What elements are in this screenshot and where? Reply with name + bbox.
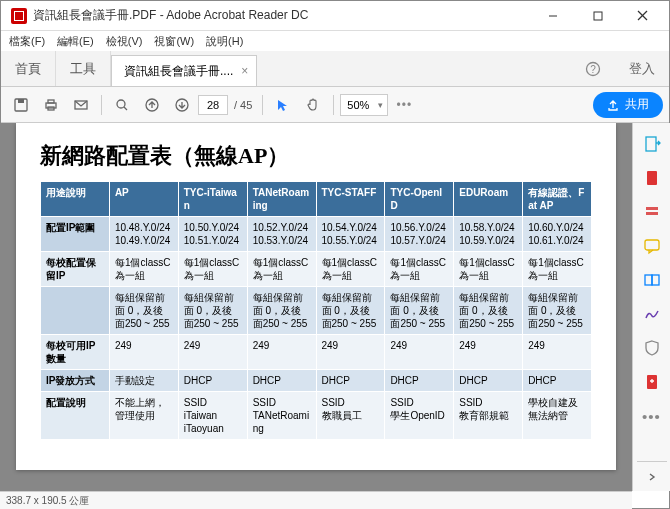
login-link[interactable]: 登入 (615, 51, 669, 86)
menubar: 檔案(F) 編輯(E) 檢視(V) 視窗(W) 說明(H) (1, 31, 669, 51)
tab-document-label: 資訊組長會議手冊.... (124, 63, 233, 80)
collapse-panel-icon[interactable] (637, 461, 667, 491)
status-dimensions: 338.7 x 190.5 公厘 (6, 494, 89, 508)
more-tools-icon[interactable]: ••• (637, 401, 667, 431)
menu-window[interactable]: 視窗(W) (154, 34, 194, 49)
menu-view[interactable]: 檢視(V) (106, 34, 143, 49)
menu-help[interactable]: 說明(H) (206, 34, 243, 49)
more-icon[interactable]: ••• (390, 91, 418, 119)
edit-pdf-icon[interactable] (637, 197, 667, 227)
comment-icon[interactable] (637, 231, 667, 261)
sign-icon[interactable] (637, 299, 667, 329)
svg-rect-7 (18, 99, 24, 103)
menu-file[interactable]: 檔案(F) (9, 34, 45, 49)
window-title: 資訊組長會議手冊.PDF - Adobe Acrobat Reader DC (33, 7, 530, 24)
tab-home[interactable]: 首頁 (1, 51, 56, 86)
svg-rect-22 (652, 275, 659, 285)
prev-page-icon[interactable] (138, 91, 166, 119)
search-icon[interactable] (108, 91, 136, 119)
tab-document[interactable]: 資訊組長會議手冊.... × (111, 55, 257, 86)
tools-sidebar: ••• (632, 123, 670, 491)
document-viewport[interactable]: 新網路配置表（無線AP） 用途說明APTYC-iTaiwanTANetRoami… (0, 123, 632, 491)
svg-text:?: ? (590, 64, 596, 75)
email-icon[interactable] (67, 91, 95, 119)
zoom-select[interactable]: 50% (340, 94, 388, 116)
minimize-button[interactable] (530, 2, 575, 30)
close-button[interactable] (620, 2, 665, 30)
compress-icon[interactable] (637, 367, 667, 397)
share-button[interactable]: 共用 (593, 92, 663, 118)
svg-point-12 (117, 100, 125, 108)
save-icon[interactable] (7, 91, 35, 119)
hand-tool-icon[interactable] (299, 91, 327, 119)
help-icon[interactable]: ? (571, 51, 615, 86)
svg-rect-16 (646, 137, 656, 151)
protect-icon[interactable] (637, 333, 667, 363)
menu-edit[interactable]: 編輯(E) (57, 34, 94, 49)
combine-icon[interactable] (637, 265, 667, 295)
svg-rect-21 (645, 275, 652, 285)
svg-rect-17 (647, 171, 657, 185)
svg-rect-18 (646, 207, 658, 210)
page-count: / 45 (234, 99, 252, 111)
page-input[interactable] (198, 95, 228, 115)
share-label: 共用 (625, 96, 649, 113)
svg-rect-9 (48, 100, 54, 103)
svg-rect-20 (645, 240, 659, 250)
next-page-icon[interactable] (168, 91, 196, 119)
create-pdf-icon[interactable] (637, 163, 667, 193)
svg-line-13 (124, 107, 127, 110)
app-icon (11, 8, 27, 24)
tab-close-icon[interactable]: × (241, 64, 248, 78)
tab-tools[interactable]: 工具 (56, 51, 111, 86)
svg-rect-19 (646, 212, 658, 215)
export-pdf-icon[interactable] (637, 129, 667, 159)
config-table: 用途說明APTYC-iTaiwanTANetRoamingTYC-STAFFTY… (40, 181, 592, 440)
doc-title: 新網路配置表（無線AP） (40, 141, 592, 171)
select-tool-icon[interactable] (269, 91, 297, 119)
maximize-button[interactable] (575, 2, 620, 30)
print-icon[interactable] (37, 91, 65, 119)
pdf-page: 新網路配置表（無線AP） 用途說明APTYC-iTaiwanTANetRoami… (16, 123, 616, 470)
svg-rect-1 (594, 12, 602, 20)
